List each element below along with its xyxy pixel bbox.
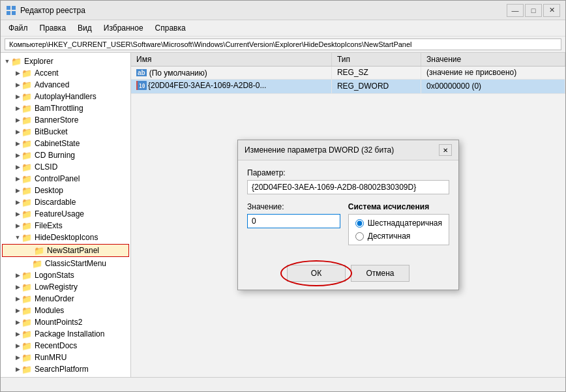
expand-arrow: ▶ bbox=[14, 330, 22, 338]
tree-item-classicstartmenu[interactable]: 📁 ClassicStartMenu bbox=[1, 258, 130, 269]
dialog-close-button[interactable]: ✕ bbox=[439, 144, 452, 156]
tree-item-runmru[interactable]: ▶ 📁 RunMRU bbox=[1, 352, 130, 363]
param-input[interactable] bbox=[247, 180, 449, 194]
title-bar-left: Редактор реестра bbox=[6, 5, 85, 16]
minimize-button[interactable]: — bbox=[507, 4, 524, 17]
radio-dec[interactable] bbox=[355, 232, 364, 241]
expand-arrow: ▶ bbox=[14, 69, 22, 77]
tree-item-bamthrottling[interactable]: ▶ 📁 BamThrottling bbox=[1, 102, 130, 114]
expand-arrow: ▶ bbox=[14, 104, 22, 112]
folder-icon: 📁 bbox=[22, 220, 32, 231]
folder-icon: 📁 bbox=[22, 103, 32, 113]
cancel-button[interactable]: Отмена bbox=[351, 265, 410, 282]
tree-label: LogonStats bbox=[35, 271, 74, 280]
main-window: Редактор реестра — □ ✕ Файл Правка Вид И… bbox=[0, 0, 566, 392]
tree-item-clsid[interactable]: ▶ 📁 CLSID bbox=[1, 161, 130, 173]
radio-hex-text: Шестнадцатеричная bbox=[368, 219, 442, 228]
app-icon bbox=[6, 5, 16, 16]
address-bar[interactable]: Компьютер\HKEY_CURRENT_USER\Software\Mic… bbox=[5, 38, 561, 50]
menu-favorites[interactable]: Избранное bbox=[98, 22, 149, 35]
title-bar-controls: — □ ✕ bbox=[507, 4, 560, 17]
expand-arrow: ▶ bbox=[14, 271, 22, 279]
folder-icon: 📁 bbox=[22, 91, 32, 102]
tree-label: CabinetState bbox=[35, 139, 80, 148]
tree-item-hidedesktopicons[interactable]: ▼ 📁 HideDesktopIcons bbox=[1, 232, 130, 243]
folder-icon: 📁 bbox=[22, 162, 32, 172]
tree-label: Discardable bbox=[35, 198, 76, 207]
menu-help[interactable]: Справка bbox=[150, 22, 191, 35]
value-input[interactable] bbox=[247, 214, 340, 228]
tree-item-searchplatform[interactable]: ▶ 📁 SearchPlatform bbox=[1, 363, 130, 375]
tree-label: FileExts bbox=[35, 221, 63, 230]
tree-label: BannerStore bbox=[35, 115, 78, 125]
folder-icon: 📁 bbox=[22, 364, 32, 374]
tree-item-bannerstore[interactable]: ▶ 📁 BannerStore bbox=[1, 114, 130, 126]
tree-item-explorer[interactable]: ▼ 📁 Explorer bbox=[1, 55, 130, 67]
folder-icon: 📁 bbox=[22, 150, 32, 160]
folder-icon: 📁 bbox=[22, 352, 32, 363]
folder-icon: 📁 bbox=[22, 173, 32, 184]
menu-file[interactable]: Файл bbox=[3, 22, 33, 35]
folder-icon: 📁 bbox=[22, 282, 32, 292]
svg-rect-1 bbox=[12, 6, 16, 10]
tree-item-recentdocs[interactable]: ▶ 📁 RecentDocs bbox=[1, 340, 130, 352]
expand-arrow: ▶ bbox=[14, 187, 22, 194]
menu-edit[interactable]: Правка bbox=[35, 22, 72, 35]
close-button[interactable]: ✕ bbox=[543, 4, 560, 17]
tree-item-modules[interactable]: ▶ 📁 Modules bbox=[1, 305, 130, 316]
tree-label: NewStartPanel bbox=[47, 246, 99, 255]
tree-label: HideDesktopIcons bbox=[35, 233, 98, 242]
tree-item-cdburning[interactable]: ▶ 📁 CD Burning bbox=[1, 149, 130, 161]
tree-item-controlpanel[interactable]: ▶ 📁 ControlPanel bbox=[1, 173, 130, 185]
folder-icon: 📁 bbox=[22, 115, 32, 125]
tree-item-fileexts[interactable]: ▶ 📁 FileExts bbox=[1, 220, 130, 232]
expand-arrow: ▶ bbox=[14, 210, 22, 218]
tree-item-desktop[interactable]: ▶ 📁 Desktop bbox=[1, 185, 130, 196]
tree-item-packageinstallation[interactable]: ▶ 📁 Package Installation bbox=[1, 328, 130, 340]
folder-icon: 📁 bbox=[22, 340, 32, 351]
value-label: Значение: bbox=[247, 202, 340, 211]
sidebar[interactable]: ▼ 📁 Explorer ▶ 📁 Accent ▶ 📁 Advanced ▶ 📁 bbox=[1, 53, 131, 377]
expand-arrow: ▶ bbox=[14, 163, 22, 171]
tree-label: ControlPanel bbox=[35, 174, 80, 183]
param-label: Параметр: bbox=[247, 168, 449, 177]
tree-item-bitbucket[interactable]: ▶ 📁 BitBucket bbox=[1, 126, 130, 138]
tree-label: BitBucket bbox=[35, 127, 68, 136]
tree-item-lowregistry[interactable]: ▶ 📁 LowRegistry bbox=[1, 281, 130, 293]
tree-item-menuorder[interactable]: ▶ 📁 MenuOrder bbox=[1, 293, 130, 305]
expand-arrow: ▶ bbox=[14, 342, 22, 350]
radio-dec-label[interactable]: Десятичная bbox=[355, 232, 442, 241]
tree-label: AutoplayHandlers bbox=[35, 92, 97, 101]
dialog-row: Значение: Система исчисления Шестнадцате… bbox=[247, 202, 449, 245]
numbase-label: Система исчисления bbox=[348, 202, 449, 211]
tree-item-newstartpanel[interactable]: 📁 NewStartPanel bbox=[2, 244, 129, 257]
tree-item-featureusage[interactable]: ▶ 📁 FeatureUsage bbox=[1, 208, 130, 220]
folder-icon: 📁 bbox=[22, 138, 32, 149]
folder-icon: 📁 bbox=[22, 68, 32, 78]
folder-icon: 📁 bbox=[22, 232, 32, 243]
svg-rect-2 bbox=[7, 11, 10, 15]
tree-item-discardable[interactable]: ▶ 📁 Discardable bbox=[1, 196, 130, 208]
tree-item-cabinetstate[interactable]: ▶ 📁 CabinetState bbox=[1, 138, 130, 149]
folder-icon: 📁 bbox=[22, 127, 32, 137]
radio-hex-label[interactable]: Шестнадцатеричная bbox=[355, 219, 442, 228]
folder-icon: 📁 bbox=[11, 56, 22, 67]
dialog-title: Изменение параметра DWORD (32 бита) bbox=[245, 145, 394, 155]
expand-arrow: ▶ bbox=[14, 116, 22, 124]
folder-icon: 📁 bbox=[22, 305, 32, 316]
radio-hex[interactable] bbox=[355, 219, 364, 228]
tree-item-mountpoints2[interactable]: ▶ 📁 MountPoints2 bbox=[1, 316, 130, 328]
tree-item-logonstats[interactable]: ▶ 📁 LogonStats bbox=[1, 269, 130, 281]
tree-item-accent[interactable]: ▶ 📁 Accent bbox=[1, 67, 130, 79]
tree-item-autoplay[interactable]: ▶ 📁 AutoplayHandlers bbox=[1, 91, 130, 102]
expand-arrow bbox=[26, 247, 34, 254]
tree-label: RecentDocs bbox=[35, 341, 77, 350]
menu-view[interactable]: Вид bbox=[72, 22, 97, 35]
ok-button[interactable]: ОК bbox=[287, 265, 346, 282]
title-text: Редактор реестра bbox=[20, 6, 85, 15]
tree-item-advanced[interactable]: ▶ 📁 Advanced bbox=[1, 79, 130, 91]
tree-label: RunMRU bbox=[35, 353, 67, 362]
numbase-col: Система исчисления Шестнадцатеричная Дес… bbox=[348, 202, 449, 245]
folder-icon: 📁 bbox=[22, 80, 32, 90]
maximize-button[interactable]: □ bbox=[525, 4, 542, 17]
